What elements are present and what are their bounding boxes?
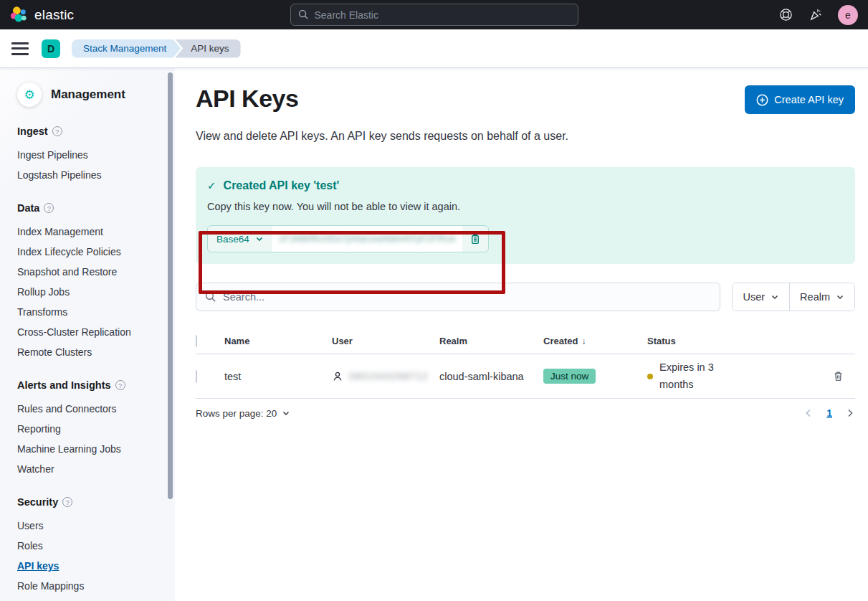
menu-icon[interactable]	[11, 42, 29, 55]
cell-status: Expires in 3 months	[647, 359, 826, 392]
gear-icon: ⚙	[17, 82, 42, 107]
cell-realm: cloud-saml-kibana	[439, 371, 543, 382]
page-number[interactable]: 1	[826, 407, 832, 419]
sidebar-item-roles[interactable]: Roles	[17, 536, 165, 556]
section-label: Security	[17, 496, 58, 508]
sidebar-item-logstash-pipelines[interactable]: Logstash Pipelines	[17, 165, 165, 185]
user-avatar[interactable]: e	[838, 5, 858, 25]
success-callout: ✓ Created API key 'test' Copy this key n…	[196, 167, 855, 264]
sort-desc-icon: ↓	[581, 336, 586, 346]
search-icon	[205, 291, 216, 303]
rows-per-page-selector[interactable]: Rows per page: 20	[196, 408, 290, 419]
section-help-icon[interactable]: ?	[62, 497, 72, 507]
sidebar-item-users[interactable]: Users	[17, 516, 165, 536]
sidebar-item-cross-cluster-replication[interactable]: Cross-Cluster Replication	[17, 322, 165, 342]
management-sidebar: ⚙ Management Ingest? Ingest Pipelines Lo…	[0, 68, 175, 601]
global-search-input[interactable]	[315, 9, 571, 21]
sidebar-item-machine-learning-jobs[interactable]: Machine Learning Jobs	[17, 439, 165, 459]
column-header-realm[interactable]: Realm	[439, 336, 543, 346]
sidebar-item-index-lifecycle-policies[interactable]: Index Lifecycle Policies	[17, 242, 165, 262]
column-header-created[interactable]: Created ↓	[543, 336, 647, 346]
filter-group: User Realm	[732, 283, 855, 311]
space-badge[interactable]: D	[42, 39, 60, 58]
filter-user-label: User	[743, 291, 765, 303]
table-row: test 0801543298712 cloud-saml-kibana Jus…	[196, 354, 855, 399]
table-search[interactable]	[196, 283, 720, 311]
copy-icon[interactable]	[462, 226, 488, 252]
filter-realm-label: Realm	[800, 291, 830, 303]
elastic-logo-icon	[10, 6, 28, 24]
chevron-down-icon	[836, 293, 844, 301]
chevron-down-icon	[771, 293, 779, 301]
create-api-key-button[interactable]: Create API key	[745, 85, 855, 114]
sidebar-item-role-mappings[interactable]: Role Mappings	[17, 576, 165, 596]
section-help-icon[interactable]: ?	[44, 203, 54, 213]
news-announcements-icon[interactable]	[809, 8, 822, 22]
api-keys-main: API Keys Create API key View and delete …	[175, 68, 868, 601]
trash-icon[interactable]	[826, 365, 849, 388]
column-header-name[interactable]: Name	[224, 336, 332, 346]
cell-name: test	[224, 371, 332, 382]
sidebar-item-ingest-pipelines[interactable]: Ingest Pipelines	[17, 145, 165, 165]
sidebar-item-snapshot-and-restore[interactable]: Snapshot and Restore	[17, 262, 165, 282]
status-text: Expires in 3 months	[659, 359, 731, 392]
help-icon[interactable]	[779, 8, 793, 22]
top-bar: elastic	[0, 0, 868, 29]
section-help-icon[interactable]: ?	[115, 380, 125, 390]
api-key-value-field[interactable]: dTJhM0RuVEIxTjA5aUowNldmNTpFZFRUeU1DSlJU…	[272, 226, 462, 252]
sidebar-item-api-keys[interactable]: API keys	[17, 556, 165, 576]
encoding-selector-label: Base64	[216, 234, 249, 245]
cell-user: 0801543298712	[332, 371, 439, 382]
user-icon	[332, 371, 343, 382]
sidebar-item-transforms[interactable]: Transforms	[17, 302, 165, 322]
page-title: API Keys	[196, 84, 298, 113]
plus-circle-icon	[756, 94, 768, 106]
section-help-icon[interactable]: ?	[52, 126, 62, 136]
breadcrumb-bar: D Stack Management API keys	[0, 29, 868, 68]
filter-realm-button[interactable]: Realm	[789, 283, 854, 311]
elastic-logo-brand[interactable]: elastic	[10, 6, 74, 24]
sidebar-item-index-management[interactable]: Index Management	[17, 222, 165, 242]
sidebar-title: Management	[51, 87, 125, 102]
api-keys-table: Name User Realm Created ↓ Status test	[196, 328, 855, 399]
warning-dot-icon	[647, 374, 653, 379]
breadcrumb: Stack Management API keys	[72, 39, 241, 58]
next-page-icon[interactable]	[845, 408, 855, 418]
section-label: Alerts and Insights	[17, 379, 111, 391]
sidebar-section-data: Data? Index Management Index Lifecycle P…	[17, 202, 165, 362]
sidebar-scrollbar[interactable]	[168, 72, 173, 499]
table-header-row: Name User Realm Created ↓ Status	[196, 328, 855, 354]
brand-name: elastic	[34, 7, 74, 23]
sidebar-item-rollup-jobs[interactable]: Rollup Jobs	[17, 282, 165, 302]
global-search[interactable]	[290, 4, 578, 26]
sidebar-section-alerts-insights: Alerts and Insights? Rules and Connector…	[17, 379, 165, 479]
pagination-bar: Rows per page: 20 1	[196, 407, 855, 419]
obscured-username: 0801543298712	[349, 371, 429, 382]
created-badge: Just now	[543, 369, 596, 384]
row-checkbox[interactable]	[196, 370, 197, 383]
breadcrumb-stack-management[interactable]: Stack Management	[72, 39, 181, 58]
search-icon	[298, 9, 309, 20]
sidebar-item-remote-clusters[interactable]: Remote Clusters	[17, 342, 165, 362]
sidebar-item-watcher[interactable]: Watcher	[17, 459, 165, 479]
section-label: Data	[17, 202, 39, 214]
api-key-control-group: Base64 dTJhM0RuVEIxTjA5aUowNldmNTpFZFRUe…	[207, 225, 489, 252]
sidebar-item-rules-and-connectors[interactable]: Rules and Connectors	[17, 399, 165, 419]
chevron-down-icon	[255, 235, 264, 243]
table-search-input[interactable]	[223, 291, 711, 303]
create-api-key-label: Create API key	[774, 94, 844, 105]
previous-page-icon[interactable]	[803, 408, 814, 418]
column-header-status[interactable]: Status	[647, 336, 826, 346]
select-all-checkbox[interactable]	[196, 335, 197, 347]
breadcrumb-api-keys: API keys	[175, 39, 240, 58]
page-description: View and delete API keys. An API key sen…	[196, 130, 855, 143]
sidebar-section-security: Security? Users Roles API keys Role Mapp…	[17, 496, 165, 596]
column-header-user[interactable]: User	[332, 336, 439, 346]
section-label: Ingest	[17, 126, 48, 137]
sidebar-item-reporting[interactable]: Reporting	[17, 419, 165, 439]
check-icon: ✓	[207, 179, 216, 192]
page: elastic	[0, 0, 868, 601]
encoding-selector[interactable]: Base64	[208, 226, 272, 252]
rows-per-page-label: Rows per page: 20	[196, 408, 277, 419]
filter-user-button[interactable]: User	[733, 283, 789, 311]
